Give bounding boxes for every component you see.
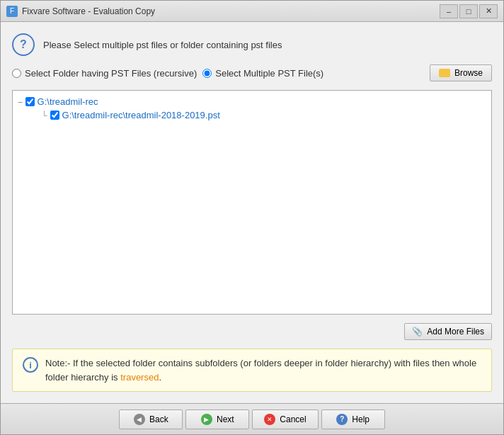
cancel-label: Cancel [280, 414, 306, 424]
back-icon: ◀ [134, 414, 145, 425]
header-row: ? Please Select multiple pst files or fo… [12, 33, 492, 56]
child-path-link[interactable]: G:\treadmil-rec\treadmil-2018-2019.pst [62, 110, 220, 120]
tree-child-item: └ G:\treadmil-rec\treadmil-2018-2019.pst [41, 110, 486, 120]
radio-folder-label: Select Folder having PST Files (recursiv… [25, 68, 197, 79]
window-title: Fixvare Software - Evaluation Copy [22, 6, 440, 16]
help-icon: ? [336, 414, 348, 425]
note-info-icon: i [23, 357, 38, 373]
tree-root: – G:\treadmil-rec └ G:\treadmil-rec\trea… [18, 96, 486, 120]
cancel-icon: ✕ [264, 414, 275, 425]
radio-folder-option[interactable]: Select Folder having PST Files (recursiv… [12, 68, 197, 79]
add-more-files-button[interactable]: 📎 Add More Files [404, 323, 492, 340]
tree-line-icon: └ [41, 111, 47, 120]
add-pin-icon: 📎 [412, 327, 423, 337]
folder-icon [439, 69, 450, 77]
tree-root-item: – G:\treadmil-rec [18, 96, 486, 107]
root-checkbox[interactable] [25, 97, 35, 106]
close-button[interactable]: ✕ [479, 4, 498, 18]
browse-label: Browse [454, 68, 483, 78]
next-icon: ▶ [201, 414, 212, 425]
radio-multiple-label: Select Multiple PST File(s) [215, 68, 323, 79]
header-info-icon: ? [12, 33, 35, 56]
file-tree-area: – G:\treadmil-rec └ G:\treadmil-rec\trea… [12, 90, 492, 315]
next-button[interactable]: ▶ Next [185, 409, 249, 429]
add-files-row: 📎 Add More Files [12, 323, 492, 340]
title-bar: F Fixvare Software - Evaluation Copy – □… [1, 1, 503, 22]
help-button[interactable]: ? Help [321, 409, 385, 429]
add-files-label: Add More Files [427, 327, 484, 337]
note-text: Note:- If the selected folder contains s… [45, 356, 481, 384]
app-icon: F [6, 6, 18, 17]
child-checkbox[interactable] [50, 111, 59, 120]
note-text-before: Note:- If the selected folder contains s… [45, 358, 476, 383]
back-label: Back [149, 414, 168, 424]
header-text: Please Select multiple pst files or fold… [43, 40, 282, 50]
help-label: Help [352, 414, 370, 424]
footer: ◀ Back ▶ Next ✕ Cancel ? Help [1, 403, 503, 434]
window-controls: – □ ✕ [440, 4, 498, 18]
note-highlight: traversed [120, 372, 159, 383]
maximize-button[interactable]: □ [459, 4, 478, 18]
minimize-button[interactable]: – [440, 4, 458, 18]
cancel-button[interactable]: ✕ Cancel [252, 409, 318, 429]
back-button[interactable]: ◀ Back [119, 409, 183, 429]
radio-multiple-input[interactable] [202, 69, 212, 78]
browse-button[interactable]: Browse [430, 64, 492, 81]
next-label: Next [217, 414, 234, 424]
content-area: ? Please Select multiple pst files or fo… [1, 22, 503, 403]
radio-row: Select Folder having PST Files (recursiv… [12, 64, 492, 81]
expand-icon[interactable]: – [18, 98, 23, 106]
radio-folder-input[interactable] [12, 69, 21, 78]
root-path-link[interactable]: G:\treadmil-rec [38, 96, 98, 107]
note-area: i Note:- If the selected folder contains… [12, 349, 492, 392]
main-window: F Fixvare Software - Evaluation Copy – □… [0, 0, 504, 435]
radio-multiple-option[interactable]: Select Multiple PST File(s) [202, 68, 323, 79]
note-text-after: . [159, 372, 161, 383]
